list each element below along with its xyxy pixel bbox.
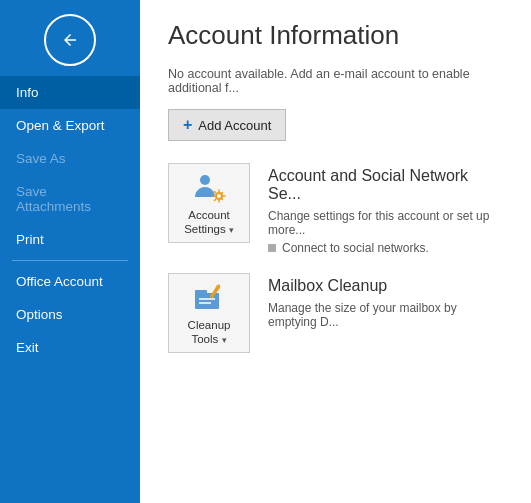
- mailbox-cleanup-desc: Manage the size of your mailbox by empty…: [268, 301, 503, 329]
- add-account-label: Add Account: [198, 118, 271, 133]
- cleanup-tools-label: CleanupTools ▾: [188, 319, 231, 347]
- sidebar-item-label: Save Attachments: [16, 184, 124, 214]
- sidebar-item-label: Office Account: [16, 274, 103, 289]
- svg-point-0: [200, 175, 210, 185]
- svg-point-6: [210, 294, 214, 298]
- sidebar-item-save-attachments: Save Attachments: [0, 175, 140, 223]
- sidebar-item-print[interactable]: Print: [0, 223, 140, 256]
- cleanup-tools-icon: [191, 279, 227, 315]
- sidebar-item-options[interactable]: Options: [0, 298, 140, 331]
- sidebar-divider: [12, 260, 128, 261]
- back-button[interactable]: [44, 14, 96, 66]
- add-account-button[interactable]: + Add Account: [168, 109, 286, 141]
- mailbox-cleanup-text: Mailbox Cleanup Manage the size of your …: [268, 273, 503, 333]
- plus-icon: +: [183, 117, 192, 133]
- mailbox-cleanup-section: CleanupTools ▾ Mailbox Cleanup Manage th…: [168, 273, 503, 353]
- sidebar-item-office-account[interactable]: Office Account: [0, 265, 140, 298]
- sidebar-item-info[interactable]: Info: [0, 76, 140, 109]
- cleanup-tools-icon-box[interactable]: CleanupTools ▾: [168, 273, 250, 353]
- account-settings-link[interactable]: Connect to social networks.: [268, 241, 503, 255]
- sidebar: Info Open & Export Save As Save Attachme…: [0, 0, 140, 503]
- account-settings-icon: [191, 169, 227, 205]
- sidebar-item-open-export[interactable]: Open & Export: [0, 109, 140, 142]
- sidebar-item-exit[interactable]: Exit: [0, 331, 140, 364]
- sidebar-item-label: Exit: [16, 340, 39, 355]
- account-settings-text: Account and Social Network Se... Change …: [268, 163, 503, 255]
- account-settings-desc: Change settings for this account or set …: [268, 209, 503, 237]
- sidebar-item-label: Open & Export: [16, 118, 105, 133]
- sidebar-item-label: Save As: [16, 151, 66, 166]
- connect-social-label: Connect to social networks.: [282, 241, 429, 255]
- mailbox-cleanup-title: Mailbox Cleanup: [268, 277, 503, 295]
- account-settings-label: AccountSettings ▾: [184, 209, 234, 237]
- account-settings-title: Account and Social Network Se...: [268, 167, 503, 203]
- page-title: Account Information: [168, 20, 503, 51]
- sidebar-item-label: Info: [16, 85, 39, 100]
- sidebar-item-save-as: Save As: [0, 142, 140, 175]
- no-account-message: No account available. Add an e-mail acco…: [168, 67, 503, 95]
- account-settings-icon-box[interactable]: AccountSettings ▾: [168, 163, 250, 243]
- svg-rect-2: [195, 293, 219, 309]
- sidebar-item-label: Options: [16, 307, 63, 322]
- main-content: Account Information No account available…: [140, 0, 531, 503]
- sidebar-item-label: Print: [16, 232, 44, 247]
- account-settings-section: AccountSettings ▾ Account and Social Net…: [168, 163, 503, 255]
- bullet-icon: [268, 244, 276, 252]
- svg-rect-3: [195, 290, 207, 294]
